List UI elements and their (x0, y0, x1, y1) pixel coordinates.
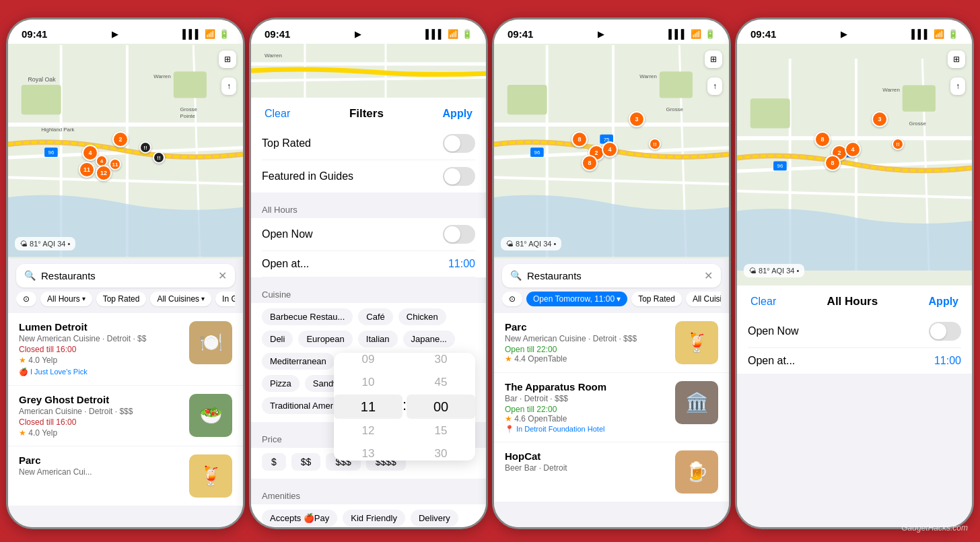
tag-italian[interactable]: Italian (358, 331, 398, 347)
filter-clear-button[interactable]: Clear (265, 108, 290, 120)
min-15[interactable]: 15 (428, 420, 454, 442)
time-picker[interactable]: 09 10 11 12 13 : 30 45 00 15 30 (334, 353, 475, 461)
hour-13[interactable]: 13 (355, 443, 382, 461)
map-layers-button[interactable]: ⊞ (219, 50, 236, 68)
result3-item-1[interactable]: The Apparatus Room Bar · Detroit · $$$ O… (494, 373, 729, 442)
search-input-row-3[interactable]: 🔍 Restaurants ✕ (502, 264, 721, 287)
result-info-2: Parc New American Cui... (19, 454, 182, 478)
map-pin-7[interactable]: !! (139, 141, 151, 154)
tag-kidfriendly[interactable]: Kid Friendly (343, 510, 405, 527)
filter-section-4-hours: Open Now Open at... 11:00 (737, 315, 972, 374)
min-00[interactable]: 00 (407, 395, 475, 419)
chip-location-3[interactable]: ⊙ (502, 292, 522, 306)
map-pin3-1[interactable]: 3 (629, 111, 645, 127)
map-pin-1[interactable]: 2 (112, 131, 129, 147)
tag-japanese[interactable]: Japane... (403, 331, 456, 347)
map-pin4-5[interactable]: 8 (825, 155, 841, 171)
filter4-openat-label: Open at... (748, 355, 795, 367)
map-pin3-4[interactable]: 4 (602, 141, 618, 158)
map-compass-button-3[interactable]: ↑ (707, 77, 722, 95)
hour-11[interactable]: 11 (334, 395, 403, 419)
filter4-opennow-toggle[interactable] (929, 322, 961, 341)
status-bar-1: 09:41 ▶ ▌▌▌ 📶 🔋 (8, 20, 243, 44)
map-pin-8[interactable]: !! (153, 151, 165, 164)
result-item-2[interactable]: Parc New American Cui... 🍹 (8, 446, 243, 506)
chip-hours-1[interactable]: All Hours ▾ (40, 292, 92, 306)
chip-location-1[interactable]: ⊙ (16, 292, 36, 306)
filter-toprated-toggle[interactable] (443, 134, 475, 153)
search-text-3[interactable]: Restaurants (527, 270, 699, 281)
map-pin3-6[interactable]: !! (649, 138, 661, 150)
search-clear-1[interactable]: ✕ (218, 269, 227, 282)
filter-opennow-toggle[interactable] (443, 225, 475, 244)
all-hours-clear[interactable]: Clear (750, 296, 776, 308)
min-30b[interactable]: 30 (428, 443, 454, 461)
tag-applepay[interactable]: Accepts 🍎Pay (262, 510, 337, 527)
filter-guides-toggle[interactable] (443, 167, 475, 186)
chip-guides-1[interactable]: In Guides (215, 292, 235, 306)
signal-icon-4: ▌▌▌ (911, 29, 930, 39)
chip-hours-3[interactable]: Open Tomorrow, 11:00 ▾ (526, 292, 627, 306)
result3-item-0[interactable]: Parc New American Cuisine · Detroit · $$… (494, 313, 729, 372)
map-compass-button-4[interactable]: ↑ (950, 77, 965, 95)
filter4-opennow-label: Open Now (748, 325, 799, 337)
map-pin4-3[interactable]: 8 (814, 131, 831, 147)
search-icon-1: 🔍 (24, 270, 36, 281)
min-45[interactable]: 45 (428, 372, 454, 393)
map-pin3-3[interactable]: 8 (571, 131, 588, 147)
result-meta-0: New American Cuisine · Detroit · $$ (19, 334, 182, 343)
map-pin4-1[interactable]: 3 (872, 111, 888, 127)
search-input-row-1[interactable]: 🔍 Restaurants ✕ (16, 264, 235, 287)
map-layers-button-4[interactable]: ⊞ (948, 50, 965, 68)
filter-apply-button[interactable]: Apply (443, 108, 473, 120)
tag-mediterranean[interactable]: Mediterranean (262, 353, 335, 370)
price-1[interactable]: $ (262, 453, 286, 471)
filter-row-guides: Featured in Guides (262, 160, 475, 193)
map-pin4-6[interactable]: !! (892, 138, 904, 150)
search-text-1[interactable]: Restaurants (41, 270, 213, 281)
result3-item-2[interactable]: HopCat Beer Bar · Detroit 🍺 (494, 442, 729, 502)
map-pin-4[interactable]: 11 (79, 162, 95, 178)
map-layers-button-3[interactable]: ⊞ (705, 50, 722, 68)
tag-european[interactable]: European (298, 331, 352, 347)
map-pin3-5[interactable]: 8 (582, 155, 598, 171)
map-4[interactable]: Warren Grosse 96 75 3 2 8 4 8 !! ⊞ ↑ 🌤 8… (737, 44, 972, 285)
result-item-1[interactable]: Grey Ghost Detroit American Cuisine · De… (8, 386, 243, 446)
svg-rect-46 (750, 98, 790, 128)
hour-12[interactable]: 12 (355, 420, 382, 442)
map-2[interactable]: Warren (251, 44, 486, 98)
chip-toprated-3[interactable]: Top Rated (631, 292, 682, 306)
chip-cuisines-3[interactable]: All Cuisines ▾ (686, 292, 721, 306)
price-2[interactable]: $$ (291, 453, 321, 471)
map-compass-button[interactable]: ↑ (221, 77, 236, 95)
filter4-openat-value[interactable]: 11:00 (934, 355, 961, 367)
svg-rect-32 (660, 71, 693, 98)
filter-openat-label: Open at... (262, 258, 309, 270)
filter-guides-label: Featured in Guides (262, 170, 353, 182)
tag-cafe[interactable]: Café (358, 308, 392, 325)
hour-10[interactable]: 10 (355, 372, 382, 393)
result-meta-2: New American Cui... (19, 467, 182, 477)
chip-cuisines-1[interactable]: All Cuisines ▾ (150, 292, 211, 306)
tag-chicken[interactable]: Chicken (398, 308, 446, 325)
filter-openat-value[interactable]: 11:00 (448, 258, 475, 270)
map-pin4-4[interactable]: 4 (845, 141, 861, 158)
map-3[interactable]: Warren Grosse 96 75 3 2 8 4 8 !! ⊞ ↑ 🌤 8… (494, 44, 729, 259)
tag-delivery[interactable]: Delivery (411, 510, 458, 527)
result3-rating-1: ★ 4.6 OpenTable (505, 414, 668, 424)
time-picker-minutes: 30 45 00 15 30 (407, 353, 475, 461)
map-pin-6[interactable]: 11 (109, 158, 121, 170)
results-list-1: Lumen Detroit New American Cuisine · Det… (8, 313, 243, 528)
map-1[interactable]: Royal Oak Highland Park Warren Grosse Po… (8, 44, 243, 259)
weather-badge-1: 🌤 81° AQI 34 • (15, 237, 75, 250)
search-icon-3: 🔍 (510, 270, 522, 281)
tag-pizza[interactable]: Pizza (262, 375, 300, 392)
search-clear-3[interactable]: ✕ (704, 269, 713, 282)
chip-toprated-1[interactable]: Top Rated (96, 292, 147, 306)
min-30a[interactable]: 30 (428, 353, 454, 370)
result-item-0[interactable]: Lumen Detroit New American Cuisine · Det… (8, 313, 243, 385)
hour-09[interactable]: 09 (355, 353, 382, 370)
tag-deli[interactable]: Deli (262, 331, 293, 347)
tag-barbecue[interactable]: Barbecue Restau... (262, 308, 353, 325)
all-hours-apply[interactable]: Apply (929, 296, 958, 308)
